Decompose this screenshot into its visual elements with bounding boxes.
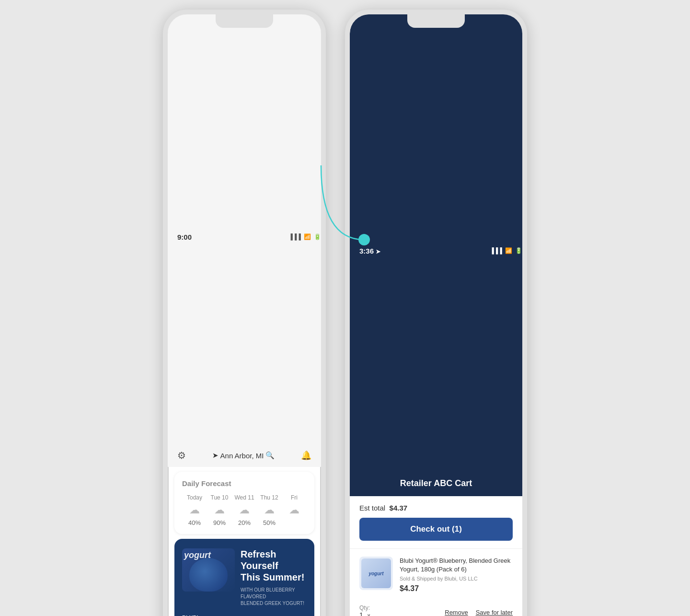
status-icons-right: ▐▐▐ 📶 🔋 (490, 247, 522, 254)
forecast-card: Daily Forecast Today ☁ 40% Tue 10 ☁ 90% … (174, 472, 314, 534)
cloud-icon-5: ☁ (282, 504, 307, 516)
cart-item-name: Blubi Yogurt® Blueberry, Blended Greek Y… (400, 557, 513, 574)
wifi-icon-right: 📶 (505, 247, 512, 254)
forecast-day-today: Today ☁ 40% (182, 494, 207, 526)
battery-icon-right: 🔋 (515, 247, 522, 254)
qty-label: Qty: (359, 604, 370, 611)
cloud-icon-4: ☁ (257, 504, 282, 516)
forecast-day-fri: Fri ☁ (282, 494, 307, 526)
notch-right (407, 14, 465, 28)
cart-title: Retailer ABC Cart (359, 478, 513, 488)
cart-body: Est total $4.37 Check out (1) yogurt Blu… (350, 496, 522, 616)
cart-item-price: $4.37 (400, 584, 513, 593)
forecast-day-wed: Wed 11 ☁ 20% (232, 494, 257, 526)
remove-link[interactable]: Remove (445, 609, 468, 616)
est-total-row-top: Est total $4.37 (359, 496, 513, 518)
ad-headline: Refresh Yourself This Summer! WITH OUR B… (241, 548, 307, 607)
signal-icon-right: ▐▐▐ (490, 247, 502, 254)
item-actions: Remove Save for later (445, 609, 513, 616)
notch-left (216, 14, 273, 28)
wifi-icon: 📶 (304, 233, 311, 240)
qty-row: Qty: 1 ∨ Remove Save for later (359, 601, 513, 616)
location-arrow-icon: ➤ (212, 451, 218, 460)
weather-header: ⚙ ➤ Ann Arbor, MI 🔍 🔔 (168, 446, 321, 467)
forecast-day-thu: Thu 12 ☁ 50% (257, 494, 282, 526)
cart-item: yogurt Blubi Yogurt® Blueberry, Blended … (359, 549, 513, 601)
gear-icon[interactable]: ⚙ (177, 450, 186, 461)
battery-icon: 🔋 (314, 233, 321, 240)
ad-banner: yogurt Refresh Yourself This Summer! WIT… (174, 539, 314, 616)
cart-item-img-label: yogurt (368, 571, 383, 576)
yogurt-product-image: yogurt (182, 548, 235, 592)
chevron-down-icon: ∨ (367, 613, 370, 616)
status-time-right: 3:36 ➤ (359, 247, 380, 255)
forecast-day-tue: Tue 10 ☁ 90% (207, 494, 232, 526)
left-phone: 9:00 ▐▐▐ 📶 🔋 ⚙ ➤ Ann Arbor, MI 🔍 🔔 Daily… (163, 10, 326, 616)
cart-item-image: yogurt (359, 557, 393, 590)
cart-header: Retailer ABC Cart (350, 475, 522, 496)
signal-icon: ▐▐▐ (288, 233, 301, 240)
cloud-icon-1: ☁ (182, 504, 207, 516)
qty-value: 1 (359, 611, 363, 616)
right-phone: 3:36 ➤ ▐▐▐ 📶 🔋 Retailer ABC Cart Est tot… (345, 10, 527, 616)
cloud-icon-2: ☁ (207, 504, 232, 516)
qty-select[interactable]: 1 ∨ (359, 611, 370, 616)
forecast-title: Daily Forecast (182, 479, 307, 488)
checkout-button-top[interactable]: Check out (1) (359, 518, 513, 541)
cart-item-seller: Sold & Shipped by Blubi, US LLC (400, 576, 513, 581)
cloud-icon-3: ☁ (232, 504, 257, 516)
location-label: ➤ Ann Arbor, MI 🔍 (212, 451, 275, 460)
bell-icon[interactable]: 🔔 (301, 450, 311, 461)
location-arrow-right: ➤ (376, 248, 380, 255)
status-time-left: 9:00 (177, 233, 192, 241)
cart-item-details: Blubi Yogurt® Blueberry, Blended Greek Y… (400, 557, 513, 593)
forecast-days: Today ☁ 40% Tue 10 ☁ 90% Wed 11 ☁ 20% Th… (182, 494, 307, 526)
save-for-later-link[interactable]: Save for later (476, 609, 513, 616)
search-icon[interactable]: 🔍 (265, 451, 275, 460)
status-icons-left: ▐▐▐ 📶 🔋 (288, 233, 321, 240)
